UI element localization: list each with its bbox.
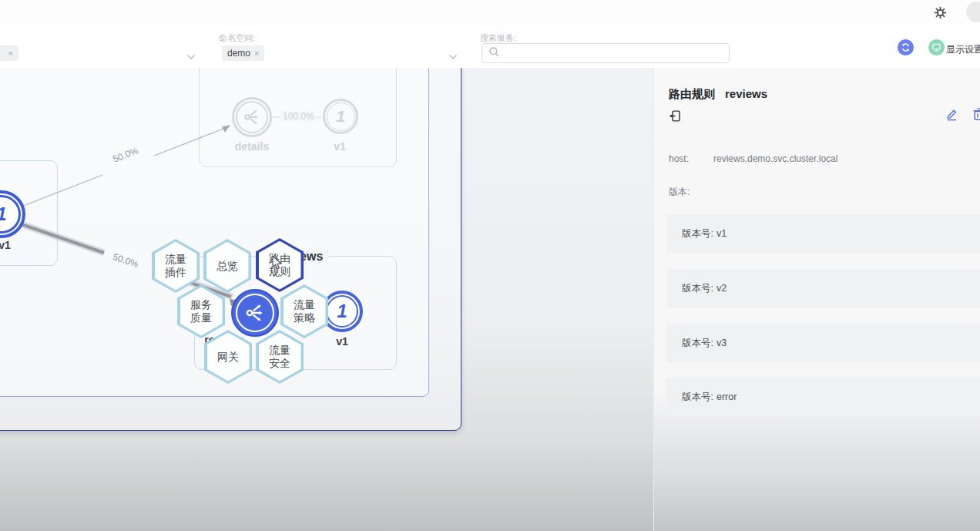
panel-title-row: 路由规则 reviews bbox=[669, 87, 767, 102]
version-field-label: 版本号: bbox=[682, 337, 713, 350]
mesh-tag-close-icon[interactable]: × bbox=[8, 49, 13, 58]
mesh-select-chevron-down-icon[interactable] bbox=[186, 49, 196, 55]
hex-menu-item-label: 网关 bbox=[207, 333, 250, 381]
version-field-label: 版本号: bbox=[682, 227, 713, 240]
host-label: host: bbox=[669, 153, 689, 164]
version-value: v3 bbox=[717, 338, 727, 348]
versions-label: 版本: bbox=[669, 186, 690, 199]
version-field-label: 版本号: bbox=[682, 391, 713, 404]
detail-panel: 路由规则 reviews host: bbox=[653, 68, 980, 531]
hex-menu-item-label: 总览 bbox=[206, 242, 249, 291]
details-service-node[interactable] bbox=[232, 97, 272, 137]
share-icon bbox=[242, 107, 262, 127]
host-value: reviews.demo.svc.cluster.local bbox=[713, 153, 837, 164]
trash-icon[interactable] bbox=[972, 107, 980, 124]
top-bar bbox=[0, 0, 980, 26]
edge-traffic-label: 100.0% bbox=[280, 111, 317, 122]
namespace-tag-text: demo bbox=[227, 48, 250, 59]
settings-gear-icon[interactable] bbox=[934, 6, 947, 19]
hex-menu-item-label: 服务质量 bbox=[180, 287, 223, 336]
version-value: v1 bbox=[717, 228, 727, 239]
panel-service-name: reviews bbox=[725, 87, 767, 100]
export-document-icon[interactable] bbox=[669, 109, 682, 126]
version-field-label: 版本号: bbox=[682, 282, 713, 295]
user-avatar[interactable] bbox=[966, 2, 980, 22]
service-graph-canvas[interactable]: 50.0% 50.0% 100.0% details 1 v1 1 v1 bbox=[0, 68, 653, 531]
share-icon bbox=[243, 301, 267, 324]
namespace-tag-close-icon[interactable]: × bbox=[254, 49, 259, 58]
refresh-button[interactable] bbox=[898, 39, 914, 55]
edit-pencil-icon[interactable] bbox=[945, 107, 958, 124]
reviews-service-node[interactable] bbox=[231, 289, 279, 337]
hex-menu-item-label: 流量插件 bbox=[155, 242, 197, 291]
reviews-version-label: v1 bbox=[336, 335, 348, 348]
panel-title: 路由规则 bbox=[669, 87, 715, 102]
filter-toolbar: × 命名空间: demo × 搜索服务: 显示设置 bbox=[0, 25, 980, 69]
namespace-select-label: 命名空间: bbox=[219, 32, 255, 44]
hex-menu-item-label: 流量策略 bbox=[284, 287, 326, 336]
details-version-node[interactable]: 1 bbox=[323, 99, 358, 134]
mesh-tag[interactable]: × bbox=[0, 45, 18, 61]
details-version-label: v1 bbox=[334, 140, 346, 153]
hex-menu-item-label: 流量安全 bbox=[259, 333, 301, 381]
version-card: 版本号:error bbox=[666, 378, 980, 416]
main-area: 50.0% 50.0% 100.0% details 1 v1 1 v1 bbox=[0, 68, 980, 531]
version-card: 版本号:v1 bbox=[666, 214, 980, 253]
mouse-cursor-icon bbox=[272, 256, 283, 271]
display-settings-icon[interactable] bbox=[928, 39, 945, 55]
version-value: error bbox=[717, 392, 737, 402]
version-value: v2 bbox=[717, 283, 727, 294]
version-card: 版本号:v2 bbox=[666, 269, 980, 308]
search-icon bbox=[488, 46, 500, 61]
namespace-tag[interactable]: demo × bbox=[222, 45, 264, 61]
source-version-label: v1 bbox=[0, 239, 11, 251]
version-card: 版本号:v3 bbox=[666, 324, 980, 362]
search-service-label: 搜索服务: bbox=[480, 32, 516, 44]
search-input[interactable] bbox=[505, 47, 729, 59]
namespace-select-chevron-down-icon[interactable] bbox=[448, 49, 458, 55]
details-node-label: details bbox=[235, 140, 269, 153]
display-settings-button[interactable]: 显示设置 bbox=[946, 43, 980, 56]
search-box[interactable] bbox=[482, 43, 730, 63]
